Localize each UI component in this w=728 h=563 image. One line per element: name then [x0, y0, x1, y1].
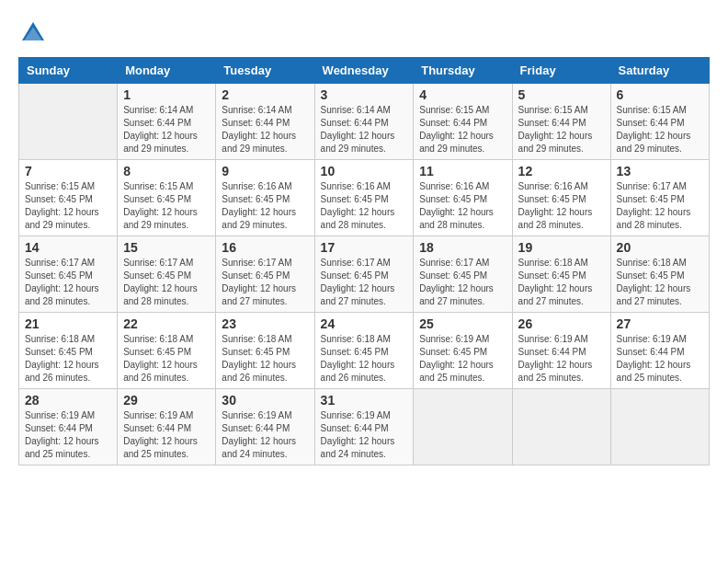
day-info: Sunrise: 6:18 AMSunset: 6:45 PMDaylight:…	[518, 258, 593, 306]
day-number: 7	[25, 164, 111, 178]
day-number: 20	[617, 240, 703, 255]
day-number: 1	[123, 87, 210, 102]
calendar-cell: 2 Sunrise: 6:14 AMSunset: 6:44 PMDayligh…	[216, 84, 314, 160]
day-info: Sunrise: 6:14 AMSunset: 6:44 PMDaylight:…	[222, 105, 296, 154]
day-number: 11	[419, 164, 506, 178]
day-number: 5	[518, 87, 605, 102]
calendar-week-3: 14 Sunrise: 6:17 AMSunset: 6:45 PMDaylig…	[19, 236, 710, 313]
day-info: Sunrise: 6:18 AMSunset: 6:45 PMDaylight:…	[123, 334, 198, 383]
calendar-cell: 11 Sunrise: 6:16 AMSunset: 6:45 PMDaylig…	[414, 160, 512, 236]
day-header-monday: Monday	[118, 58, 216, 84]
day-header-sunday: Sunday	[19, 58, 118, 84]
day-number: 8	[123, 164, 210, 178]
day-info: Sunrise: 6:19 AMSunset: 6:44 PMDaylight:…	[518, 334, 593, 383]
calendar-cell: 19 Sunrise: 6:18 AMSunset: 6:45 PMDaylig…	[512, 236, 610, 313]
day-info: Sunrise: 6:17 AMSunset: 6:45 PMDaylight:…	[123, 258, 198, 306]
day-number: 29	[123, 393, 210, 408]
day-number: 3	[321, 87, 408, 102]
day-header-saturday: Saturday	[610, 58, 709, 84]
day-info: Sunrise: 6:17 AMSunset: 6:45 PMDaylight:…	[617, 181, 691, 230]
day-info: Sunrise: 6:15 AMSunset: 6:45 PMDaylight:…	[123, 181, 198, 230]
calendar-cell: 20 Sunrise: 6:18 AMSunset: 6:45 PMDaylig…	[610, 236, 709, 313]
calendar-cell	[512, 389, 610, 465]
day-info: Sunrise: 6:19 AMSunset: 6:44 PMDaylight:…	[617, 334, 691, 383]
day-info: Sunrise: 6:16 AMSunset: 6:45 PMDaylight:…	[419, 181, 494, 230]
calendar-week-2: 7 Sunrise: 6:15 AMSunset: 6:45 PMDayligh…	[19, 160, 710, 236]
day-number: 28	[25, 393, 111, 408]
calendar-cell: 22 Sunrise: 6:18 AMSunset: 6:45 PMDaylig…	[118, 313, 216, 389]
calendar-cell: 12 Sunrise: 6:16 AMSunset: 6:45 PMDaylig…	[512, 160, 610, 236]
calendar-week-1: 1 Sunrise: 6:14 AMSunset: 6:44 PMDayligh…	[19, 84, 710, 160]
day-info: Sunrise: 6:15 AMSunset: 6:45 PMDaylight:…	[25, 181, 99, 230]
day-info: Sunrise: 6:17 AMSunset: 6:45 PMDaylight:…	[321, 258, 395, 306]
calendar-cell: 28 Sunrise: 6:19 AMSunset: 6:44 PMDaylig…	[19, 389, 118, 465]
day-info: Sunrise: 6:19 AMSunset: 6:45 PMDaylight:…	[419, 334, 494, 383]
calendar-cell: 29 Sunrise: 6:19 AMSunset: 6:44 PMDaylig…	[118, 389, 216, 465]
calendar-cell	[414, 389, 512, 465]
day-info: Sunrise: 6:17 AMSunset: 6:45 PMDaylight:…	[222, 258, 296, 306]
calendar-cell: 21 Sunrise: 6:18 AMSunset: 6:45 PMDaylig…	[19, 313, 118, 389]
calendar-cell	[19, 84, 118, 160]
day-info: Sunrise: 6:16 AMSunset: 6:45 PMDaylight:…	[321, 181, 395, 230]
day-number: 10	[321, 164, 408, 178]
day-number: 30	[222, 393, 308, 408]
calendar-cell: 16 Sunrise: 6:17 AMSunset: 6:45 PMDaylig…	[216, 236, 314, 313]
day-header-tuesday: Tuesday	[216, 58, 314, 84]
calendar-cell: 6 Sunrise: 6:15 AMSunset: 6:44 PMDayligh…	[610, 84, 709, 160]
day-number: 13	[617, 164, 703, 178]
calendar-cell: 27 Sunrise: 6:19 AMSunset: 6:44 PMDaylig…	[610, 313, 709, 389]
day-number: 9	[222, 164, 308, 178]
day-header-thursday: Thursday	[414, 58, 512, 84]
calendar-cell: 31 Sunrise: 6:19 AMSunset: 6:44 PMDaylig…	[314, 389, 414, 465]
calendar-week-4: 21 Sunrise: 6:18 AMSunset: 6:45 PMDaylig…	[19, 313, 710, 389]
calendar-cell: 24 Sunrise: 6:18 AMSunset: 6:45 PMDaylig…	[314, 313, 414, 389]
logo-icon	[18, 18, 48, 48]
day-number: 26	[518, 316, 605, 331]
day-number: 18	[419, 240, 506, 255]
calendar-cell: 5 Sunrise: 6:15 AMSunset: 6:44 PMDayligh…	[512, 84, 610, 160]
day-info: Sunrise: 6:19 AMSunset: 6:44 PMDaylight:…	[321, 410, 395, 459]
day-info: Sunrise: 6:15 AMSunset: 6:44 PMDaylight:…	[617, 105, 691, 154]
day-info: Sunrise: 6:16 AMSunset: 6:45 PMDaylight:…	[222, 181, 296, 230]
calendar-cell: 17 Sunrise: 6:17 AMSunset: 6:45 PMDaylig…	[314, 236, 414, 313]
day-number: 16	[222, 240, 308, 255]
calendar-cell: 8 Sunrise: 6:15 AMSunset: 6:45 PMDayligh…	[118, 160, 216, 236]
day-header-friday: Friday	[512, 58, 610, 84]
day-info: Sunrise: 6:18 AMSunset: 6:45 PMDaylight:…	[222, 334, 296, 383]
day-info: Sunrise: 6:17 AMSunset: 6:45 PMDaylight:…	[25, 258, 99, 306]
day-number: 25	[419, 316, 506, 331]
calendar-week-5: 28 Sunrise: 6:19 AMSunset: 6:44 PMDaylig…	[19, 389, 710, 465]
calendar-cell: 10 Sunrise: 6:16 AMSunset: 6:45 PMDaylig…	[314, 160, 414, 236]
day-info: Sunrise: 6:19 AMSunset: 6:44 PMDaylight:…	[25, 410, 99, 459]
day-info: Sunrise: 6:14 AMSunset: 6:44 PMDaylight:…	[123, 105, 198, 154]
day-number: 27	[617, 316, 703, 331]
calendar-cell: 13 Sunrise: 6:17 AMSunset: 6:45 PMDaylig…	[610, 160, 709, 236]
day-number: 4	[419, 87, 506, 102]
day-number: 12	[518, 164, 605, 178]
day-number: 15	[123, 240, 210, 255]
calendar-cell: 1 Sunrise: 6:14 AMSunset: 6:44 PMDayligh…	[118, 84, 216, 160]
day-info: Sunrise: 6:18 AMSunset: 6:45 PMDaylight:…	[321, 334, 395, 383]
day-info: Sunrise: 6:16 AMSunset: 6:45 PMDaylight:…	[518, 181, 593, 230]
calendar-cell: 23 Sunrise: 6:18 AMSunset: 6:45 PMDaylig…	[216, 313, 314, 389]
calendar-cell: 7 Sunrise: 6:15 AMSunset: 6:45 PMDayligh…	[19, 160, 118, 236]
day-number: 14	[25, 240, 111, 255]
logo	[18, 18, 51, 48]
calendar-cell: 4 Sunrise: 6:15 AMSunset: 6:44 PMDayligh…	[414, 84, 512, 160]
calendar-cell: 3 Sunrise: 6:14 AMSunset: 6:44 PMDayligh…	[314, 84, 414, 160]
calendar-cell: 26 Sunrise: 6:19 AMSunset: 6:44 PMDaylig…	[512, 313, 610, 389]
calendar-cell: 18 Sunrise: 6:17 AMSunset: 6:45 PMDaylig…	[414, 236, 512, 313]
day-info: Sunrise: 6:19 AMSunset: 6:44 PMDaylight:…	[222, 410, 296, 459]
day-number: 2	[222, 87, 308, 102]
day-info: Sunrise: 6:18 AMSunset: 6:45 PMDaylight:…	[617, 258, 691, 306]
calendar-cell: 30 Sunrise: 6:19 AMSunset: 6:44 PMDaylig…	[216, 389, 314, 465]
day-info: Sunrise: 6:18 AMSunset: 6:45 PMDaylight:…	[25, 334, 99, 383]
calendar-cell: 15 Sunrise: 6:17 AMSunset: 6:45 PMDaylig…	[118, 236, 216, 313]
calendar-cell	[610, 389, 709, 465]
page-header	[18, 18, 710, 48]
day-number: 17	[321, 240, 408, 255]
calendar-table: SundayMondayTuesdayWednesdayThursdayFrid…	[18, 57, 710, 465]
day-number: 21	[25, 316, 111, 331]
day-number: 31	[321, 393, 408, 408]
calendar-cell: 14 Sunrise: 6:17 AMSunset: 6:45 PMDaylig…	[19, 236, 118, 313]
